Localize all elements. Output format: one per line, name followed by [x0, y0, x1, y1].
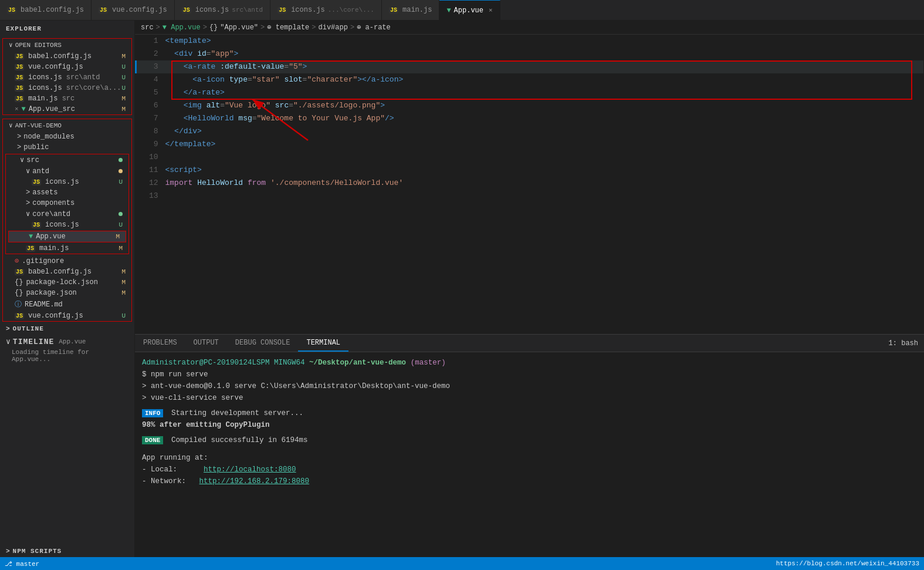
- open-file-babel[interactable]: JS babel.config.js M: [3, 51, 131, 62]
- tab-label: babel.config.js: [21, 6, 84, 14]
- tab-babel[interactable]: JS babel.config.js: [0, 0, 92, 20]
- breadcrumb-arate: ⊕ a-rate: [357, 23, 391, 32]
- close-icon[interactable]: ×: [489, 7, 493, 14]
- js-icon: JS: [26, 245, 35, 252]
- tab-problems[interactable]: PROBLEMS: [135, 335, 185, 352]
- chevron-right-icon: >: [26, 188, 30, 197]
- explorer-header: EXPLORER: [0, 21, 134, 37]
- js-icon: JS: [15, 75, 24, 81]
- file-main-js[interactable]: JS main.js M: [6, 243, 128, 254]
- code-line-4: 4 <a-icon type="star" slot="character"><…: [136, 73, 923, 86]
- info-icon: ⓘ: [15, 299, 22, 309]
- js-icon: JS: [99, 7, 108, 14]
- status-left: ⎇ master: [5, 560, 39, 568]
- tab-label: vue.config.js: [112, 6, 167, 14]
- file-icons-core[interactable]: JS icons.js U: [6, 220, 128, 230]
- chevron-down-icon: ∨: [26, 210, 30, 218]
- chevron-down-icon: ∨: [6, 337, 11, 346]
- terminal-done-line: DONE Compiled successfully in 6194ms: [142, 434, 917, 446]
- info-badge: INFO: [142, 409, 163, 417]
- folder-components[interactable]: > components: [6, 198, 128, 208]
- terminal-command: $ npm run serve: [142, 369, 917, 380]
- open-file-vue-config[interactable]: JS vue.config.js U: [3, 62, 131, 72]
- file-vue-config[interactable]: JS vue.config.js U: [3, 311, 131, 321]
- js-icon: JS: [7, 7, 16, 14]
- folder-node-modules[interactable]: > node_modules: [3, 131, 131, 142]
- tab-label: icons.js: [291, 6, 325, 14]
- code-table: 1 <template> 2 <div id="app"> 3 <a-rate …: [135, 35, 924, 203]
- file-babel-config[interactable]: JS babel.config.js M: [3, 267, 131, 277]
- folder-core-antd[interactable]: ∨ core\antd: [6, 208, 128, 220]
- tab-app-vue[interactable]: ▼ App.vue ×: [439, 0, 500, 20]
- js-icon: JS: [32, 222, 41, 228]
- file-app-vue[interactable]: ▼ App.vue M: [8, 231, 126, 242]
- tab-output[interactable]: OUTPUT: [185, 335, 227, 352]
- code-line-1: 1 <template>: [136, 35, 923, 48]
- js-icon: JS: [15, 53, 24, 60]
- json-icon: {}: [15, 278, 23, 286]
- timeline-label: TIMELINE: [13, 338, 54, 346]
- js-icon: JS: [15, 269, 24, 275]
- file-gitignore[interactable]: ⊙ .gitignore: [3, 255, 131, 267]
- file-readme[interactable]: ⓘ README.md: [3, 298, 131, 311]
- editor-right: src > ▼ App.vue > {} "App.vue" > ⊕ templ…: [135, 21, 924, 557]
- npm-scripts-label: NPM SCRIPTS: [13, 548, 62, 555]
- open-file-icons-antd[interactable]: JS icons.js src\antd U: [3, 72, 131, 83]
- breadcrumb: src > ▼ App.vue > {} "App.vue" > ⊕ templ…: [135, 21, 924, 35]
- open-file-main[interactable]: JS main.js src M: [3, 93, 131, 104]
- modified-dot: [119, 169, 123, 173]
- npm-scripts-section[interactable]: > NPM SCRIPTS: [0, 545, 134, 557]
- breadcrumb-appvue: ▼ App.vue: [163, 23, 201, 32]
- panel-tabs: PROBLEMS OUTPUT DEBUG CONSOLE TERMINAL: [135, 335, 924, 352]
- terminal-local: - Local: http://localhost:8080: [142, 464, 917, 475]
- tab-icons-antd[interactable]: JS icons.js src\antd: [175, 0, 270, 20]
- open-file-app-vue[interactable]: × ▼ App.vue_src M: [3, 104, 131, 114]
- breadcrumb-divapp: div#app: [319, 23, 348, 32]
- code-line-10: 10: [136, 151, 923, 164]
- terminal-content[interactable]: Administrator@PC-20190124LSPM MINGW64 ~/…: [135, 352, 924, 557]
- folder-public[interactable]: > public: [3, 142, 131, 153]
- chevron-right-icon: >: [6, 548, 11, 555]
- vue-icon: ▼: [22, 105, 26, 113]
- js-icon: JS: [277, 7, 287, 14]
- tab-bar: JS babel.config.js JS vue.config.js JS i…: [0, 0, 924, 21]
- tab-icons-core[interactable]: JS icons.js ...\core\...: [270, 0, 382, 20]
- done-badge: DONE: [142, 436, 163, 444]
- outline-section[interactable]: > OUTLINE: [0, 323, 134, 335]
- folder-antd[interactable]: ∨ antd: [6, 166, 128, 177]
- file-icons-antd[interactable]: JS icons.js U: [6, 177, 128, 187]
- chevron-down-icon: ∨: [26, 167, 30, 176]
- open-editors-section[interactable]: ∨ OPEN EDITORS: [3, 39, 131, 51]
- project-section[interactable]: ∨ ANT-VUE-DEMO: [3, 119, 131, 131]
- timeline-filename: App.vue: [59, 338, 86, 345]
- chevron-down-icon: ∨: [9, 41, 13, 49]
- chevron-right-icon: >: [17, 143, 21, 151]
- folder-assets[interactable]: > assets: [6, 187, 128, 198]
- code-line-13: 13: [136, 190, 923, 203]
- terminal-prompt-line: Administrator@PC-20190124LSPM MINGW64 ~/…: [142, 357, 917, 369]
- tab-debug-console[interactable]: DEBUG CONSOLE: [227, 335, 299, 352]
- open-file-icons-core[interactable]: JS icons.js src\core\a... U: [3, 83, 131, 93]
- terminal-output-1: > ant-vue-demo@0.1.0 serve C:\Users\Admi…: [142, 380, 917, 392]
- terminal-panel: PROBLEMS OUTPUT DEBUG CONSOLE TERMINAL: [135, 334, 924, 557]
- breadcrumb-braces: {}: [209, 23, 218, 32]
- js-icon: JS: [182, 7, 191, 14]
- breadcrumb-appvue2: "App.vue": [220, 23, 258, 32]
- folder-src[interactable]: ∨ src: [6, 154, 128, 166]
- tab-main[interactable]: JS main.js: [382, 0, 439, 20]
- status-bar: ⎇ master https://blog.csdn.net/weixin_44…: [0, 557, 924, 570]
- terminal-output-2: > vue-cli-service serve: [142, 392, 917, 404]
- tab-terminal[interactable]: TERMINAL: [298, 335, 348, 352]
- chevron-right-icon: >: [6, 325, 11, 332]
- js-icon: JS: [15, 85, 24, 92]
- code-line-3: 3 <a-rate :default-value="5">: [136, 60, 923, 73]
- bash-label: 1: bash: [889, 335, 924, 352]
- file-package-json[interactable]: {} package.json M: [3, 288, 131, 298]
- status-url: https://blog.csdn.net/weixin_44103733: [776, 560, 919, 567]
- code-line-9: 9 </template>: [136, 138, 923, 151]
- file-package-lock[interactable]: {} package-lock.json M: [3, 277, 131, 288]
- timeline-header[interactable]: ∨ TIMELINE App.vue: [6, 337, 128, 346]
- tab-vue-config[interactable]: JS vue.config.js: [92, 0, 175, 20]
- project-root: ∨ ANT-VUE-DEMO > node_modules > public ∨…: [2, 119, 132, 322]
- status-right: https://blog.csdn.net/weixin_44103733: [776, 560, 919, 567]
